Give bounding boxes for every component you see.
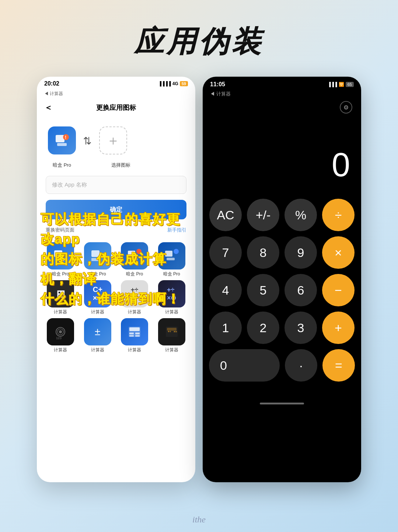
calc-minus-button[interactable]: − [322, 274, 355, 306]
app-icon-calc7 [121, 318, 148, 345]
icon-label: 计算器 [91, 347, 104, 353]
overlay-annotation: 可以根据自己的喜好更改app 的图标，伪装成计算机，翻译 什么的，谁能猜到啊！ [41, 209, 192, 309]
back-arrow-icon[interactable]: ＜ [44, 102, 52, 113]
select-icon-box[interactable]: ＋ [99, 126, 127, 154]
icon-label: 计算器 [54, 309, 67, 315]
icon-section: ! ⇄ ＋ [37, 119, 195, 162]
svg-text:!: ! [65, 135, 66, 140]
calc-3-button[interactable]: 3 [284, 312, 317, 344]
calc-multiply-button[interactable]: × [322, 236, 355, 269]
icon-label: 计算器 [54, 347, 67, 353]
left-time: 20:02 [44, 80, 59, 87]
calc-number: 0 [332, 146, 350, 184]
svg-text:×=: ×= [174, 330, 177, 333]
svg-rect-20 [135, 333, 140, 334]
signal-bars: ▐▐▐▐ [158, 81, 171, 86]
svg-text:+÷: +÷ [168, 330, 171, 333]
icon-label: 计算器 [128, 347, 141, 353]
left-phone: 20:02 ▐▐▐▐ 4G 59 ◀ 计算器 ＜ 更换应用图标 ! [37, 77, 195, 482]
calc-percent-button[interactable]: % [284, 199, 317, 231]
calc-9-button[interactable]: 9 [284, 236, 317, 269]
calc-0-button[interactable]: 0 [209, 349, 280, 382]
right-phone: 11:05 ▐▐▐ 🛜 65 ◀ 计算器 ⚙ 0 AC +/- % ÷ [203, 77, 361, 482]
swap-icon: ⇄ [81, 136, 94, 145]
app-icon-svg: ! [53, 132, 70, 149]
watermark: ithe [0, 515, 398, 525]
calc-4-button[interactable]: 4 [209, 274, 242, 306]
right-battery: 65 [346, 82, 354, 87]
calc-equals-button[interactable]: = [322, 349, 355, 382]
list-item[interactable]: +÷ ×= 计算器 [156, 318, 188, 353]
svg-rect-19 [129, 333, 134, 334]
calc-row-2: 7 8 9 × [209, 236, 355, 269]
app-icon-calc6: ± [84, 318, 111, 345]
home-bar [260, 403, 304, 404]
calc-8-button[interactable]: 8 [247, 236, 279, 269]
app-name-input[interactable]: 修改 App 名称 [46, 176, 186, 194]
svg-rect-0 [56, 135, 64, 142]
calc-row-1: AC +/- % ÷ [209, 199, 355, 231]
nav-title: 更换应用图标 [56, 103, 176, 112]
svg-rect-22 [135, 335, 140, 337]
calc-6-button[interactable]: 6 [284, 274, 317, 306]
calc-2-button[interactable]: 2 [247, 312, 279, 344]
svg-text:123: 123 [56, 336, 62, 340]
home-indicator [203, 398, 361, 409]
svg-rect-1 [57, 143, 67, 146]
current-app-icon[interactable]: ! [48, 126, 76, 154]
calc-display: 0 [203, 117, 361, 195]
plus-icon: ＋ [107, 132, 120, 150]
icon-label: 计算器 [165, 347, 178, 353]
current-app-label: 暗盒 Pro [48, 162, 76, 168]
left-back-nav[interactable]: ◀ 计算器 [37, 91, 195, 99]
calc-ac-button[interactable]: AC [209, 199, 242, 231]
right-wifi-icon: 🛜 [339, 82, 344, 87]
select-icon-label: 选择图标 [111, 162, 130, 168]
calc-plusminus-button[interactable]: +/- [247, 199, 279, 231]
svg-rect-18 [129, 327, 140, 331]
phones-container: 20:02 ▐▐▐▐ 4G 59 ◀ 计算器 ＜ 更换应用图标 ! [0, 77, 398, 482]
svg-point-15 [59, 330, 62, 333]
list-item[interactable]: 计算器 [118, 318, 151, 353]
calc-1-button[interactable]: 1 [209, 312, 242, 344]
right-status-bar: 11:05 ▐▐▐ 🛜 65 [203, 77, 361, 91]
right-back-nav[interactable]: ◀ 计算器 [203, 91, 361, 100]
network-type: 4G [172, 81, 178, 86]
svg-rect-21 [129, 335, 134, 337]
app-icon-calc8: +÷ ×= [158, 318, 185, 345]
right-time: 11:05 [210, 81, 225, 88]
settings-icon[interactable]: ⚙ [340, 101, 352, 114]
icon-label: 计算器 [165, 309, 178, 315]
calc-buttons: AC +/- % ÷ 7 8 9 × 4 5 6 − 1 2 [203, 195, 361, 398]
calc-row-4: 1 2 3 + [209, 312, 355, 344]
calc-divide-button[interactable]: ÷ [322, 199, 355, 231]
list-item[interactable]: 123 计算器 [44, 318, 77, 353]
calc-row-3: 4 5 6 − [209, 274, 355, 306]
icon-label: 计算器 [128, 309, 141, 315]
left-signal: ▐▐▐▐ 4G 59 [158, 81, 188, 86]
icon-row-3: 123 计算器 ± 计算器 [44, 318, 188, 353]
calc-top-bar: ⚙ [203, 100, 361, 117]
icon-label: 计算器 [91, 309, 104, 315]
calc-7-button[interactable]: 7 [209, 236, 242, 269]
calc-5-button[interactable]: 5 [247, 274, 279, 306]
list-item[interactable]: ± 计算器 [81, 318, 114, 353]
right-signal-bars: ▐▐▐ [328, 82, 337, 87]
page-title: 应用伪装 [0, 0, 398, 77]
left-nav-header: ＜ 更换应用图标 [37, 99, 195, 119]
battery-badge: 59 [180, 81, 188, 86]
calc-plus-button[interactable]: + [322, 312, 355, 344]
calc-dot-button[interactable]: · [285, 349, 317, 382]
right-signal: ▐▐▐ 🛜 65 [328, 82, 354, 87]
left-status-bar: 20:02 ▐▐▐▐ 4G 59 [37, 77, 195, 91]
app-icon-calc5: 123 [47, 318, 74, 345]
calc-row-5: 0 · = [209, 349, 355, 382]
